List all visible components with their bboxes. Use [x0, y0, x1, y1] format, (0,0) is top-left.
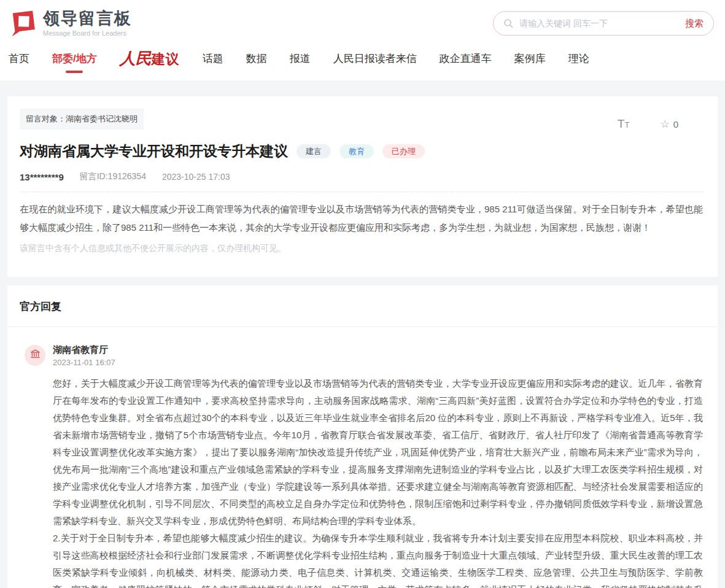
message-id: 留言ID:19126354 [80, 171, 146, 182]
message-title: 对湖南省属大学专业开设和开设专升本建议 [20, 142, 288, 161]
reply-item: 湖南省教育厅 2023-11-01 16:07 您好，关于大幅度减少开设工商管理… [7, 327, 718, 588]
reply-paragraph-1: 您好，关于大幅度减少开设工商管理等为代表的偏管理专业以及市场营销等为代表的营销类… [53, 375, 703, 530]
search-icon [503, 18, 513, 28]
logo-subtitle: Message Board for Leaders [43, 29, 132, 37]
logo-icon [9, 8, 37, 39]
message-card: 留言对象：湖南省委书记沈晓明 TT ☆ 0 对湖南省属大学专业开设和开设专升本建… [7, 96, 718, 277]
top-bar: 领导留言板 Message Board for Leaders 搜索 首页 部委… [0, 0, 725, 80]
nav-item-peoples-suggestions[interactable]: 人民建议 [120, 48, 180, 69]
government-building-icon [29, 348, 41, 362]
nav-item-case-library[interactable]: 案例库 [514, 52, 546, 66]
message-date: 2023-10-25 17:03 [162, 172, 230, 182]
nav-item-readers-letters[interactable]: 人民日报读者来信 [333, 52, 417, 66]
official-reply-heading: 官方回复 [7, 300, 718, 314]
favorite-button[interactable]: ☆ 0 [660, 118, 678, 131]
message-target-tag: 留言对象：湖南省委书记沈晓明 [20, 109, 144, 130]
badge-suggestion: 建言 [297, 144, 331, 158]
search-box: 搜索 [493, 11, 714, 36]
reply-agency-name: 湖南省教育厅 [53, 343, 115, 356]
privacy-note: 该留言中含有个人信息或其他不便公开展示的内容，仅办理机构可见。 [20, 240, 703, 256]
search-button[interactable]: 搜索 [679, 18, 704, 29]
site-logo[interactable]: 领导留言板 Message Board for Leaders [9, 8, 132, 39]
search-input[interactable] [519, 18, 679, 28]
favorite-count: 0 [673, 119, 678, 130]
reply-paragraph-2: 2.关于对于全日制专升本，希望也能够大幅度减少招生的建议。为确保专升本学生顺利就… [53, 530, 703, 588]
nav-item-reports[interactable]: 报道 [290, 52, 311, 66]
badge-education: 教育 [339, 144, 374, 158]
nav-item-home[interactable]: 首页 [9, 52, 29, 66]
nav-item-topics[interactable]: 话题 [203, 52, 223, 66]
reply-body: 您好，关于大幅度减少开设工商管理等为代表的偏管理专业以及市场营销等为代表的营销类… [53, 375, 703, 588]
main-nav: 首页 部委/地方 人民建议 话题 数据 报道 人民日报读者来信 政企直通车 案例… [0, 47, 725, 80]
dashed-divider [20, 191, 703, 192]
logo-title: 领导留言板 [43, 10, 132, 28]
badge-handled-status: 已办理 [382, 144, 425, 158]
star-icon: ☆ [660, 118, 669, 131]
official-reply-card: 官方回复 湖南省教育厅 2023-11-01 16:07 [7, 285, 718, 588]
agency-avatar [25, 345, 45, 366]
peoples-suggestions-script-part: 人民 [120, 50, 152, 68]
message-author: 13********9 [20, 172, 64, 182]
nav-item-data[interactable]: 数据 [246, 52, 267, 66]
nav-item-ministries-regions[interactable]: 部委/地方 [52, 52, 97, 66]
nav-item-gov-enterprise-express[interactable]: 政企直通车 [440, 52, 492, 66]
reply-date: 2023-11-01 16:07 [53, 358, 115, 367]
peoples-suggestions-bold-part: 建议 [152, 52, 180, 67]
font-size-icon[interactable]: TT [618, 117, 630, 131]
message-content: 在现在的就业环境下，建议大幅度减少开设工商管理等为代表的偏管理专业以及市场营销等… [20, 200, 703, 237]
message-toolbar: TT ☆ 0 [618, 117, 678, 131]
site-header: 领导留言板 Message Board for Leaders 搜索 [0, 0, 725, 47]
nav-item-theory[interactable]: 理论 [568, 52, 589, 66]
